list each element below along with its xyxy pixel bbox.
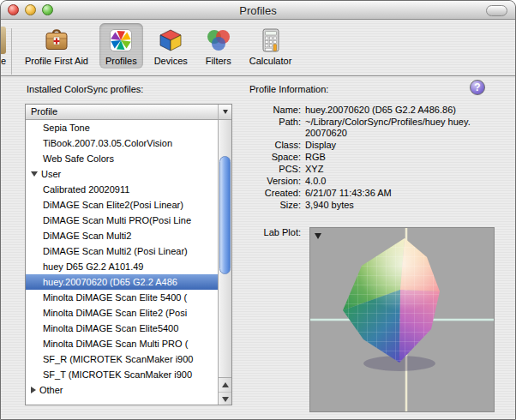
column-options-button[interactable] xyxy=(218,105,231,119)
list-item[interactable]: Minolta DiMAGE Scan Elite5400 xyxy=(26,321,218,336)
list-item[interactable]: TiBook.2007.03.05.ColorVision xyxy=(26,135,218,151)
toolbar: e Profile First Aid xyxy=(1,20,515,76)
list-rows: Sepia Tone TiBook.2007.03.05.ColorVision… xyxy=(26,120,218,405)
list-group-other[interactable]: Other xyxy=(26,382,218,398)
field-pcs: PCS:XYZ xyxy=(248,164,507,175)
toolbar-item-calculator[interactable]: Calculator xyxy=(243,23,298,69)
arrow-up-icon xyxy=(222,382,229,387)
field-path: Path:~/Library/ColorSync/Profiles/huey h… xyxy=(248,117,507,139)
help-button[interactable]: ? xyxy=(470,80,485,95)
field-class: Class:Display xyxy=(248,140,507,151)
lab-plot-label: Lab Plot: xyxy=(248,227,305,237)
profile-information: Name:huey.20070620 (D65 G2.2 A486.86) Pa… xyxy=(248,105,507,212)
color-cube-icon xyxy=(157,27,184,54)
toolbar-item-profile-first-aid[interactable]: Profile First Aid xyxy=(19,23,94,69)
field-created: Created:6/21/07 11:43:36 AM xyxy=(248,188,507,199)
lab-plot xyxy=(309,227,495,412)
list-item[interactable]: huey D65 G2.2 A101.49 xyxy=(26,259,218,274)
list-column-header[interactable]: Profile xyxy=(26,105,231,120)
first-aid-kit-icon xyxy=(43,27,70,54)
toolbar-item-filters[interactable]: Filters xyxy=(199,23,238,69)
color-pinwheel-icon xyxy=(107,27,135,54)
toolbar-separator xyxy=(11,28,12,75)
installed-profiles-heading: Installed ColorSync profiles: xyxy=(27,84,143,94)
toolbar-toggle-button[interactable] xyxy=(486,5,507,16)
arrow-down-icon xyxy=(222,397,229,402)
profile-list: Profile Sepia Tone TiBook.2007.03.05.Col… xyxy=(25,104,232,405)
list-item[interactable]: DiMAGE Scan Multi2 (Posi Linear) xyxy=(26,243,218,259)
toolbar-item-label: Calculator xyxy=(249,56,292,66)
calculator-icon xyxy=(257,27,285,54)
list-item[interactable]: Minolta DiMAGE Scan Elite2 (Posi xyxy=(26,305,218,321)
toolbar-item-label: Filters xyxy=(206,56,231,66)
scrollbar-arrows xyxy=(219,377,231,405)
list-item[interactable]: Minolta DiMAGE Scan Elite 5400 ( xyxy=(26,290,218,305)
color-circles-icon xyxy=(205,27,232,54)
scrollbar-thumb[interactable] xyxy=(219,156,231,274)
list-item[interactable]: DiMAGE Scan Elite2(Posi Linear) xyxy=(26,197,218,213)
list-item[interactable]: Sepia Tone xyxy=(26,120,218,135)
toolbar-item-label: Profiles xyxy=(105,56,137,66)
list-item[interactable]: Minolta DiMAGE Scan Multi PRO ( xyxy=(26,336,218,351)
toolbar-item-label: Devices xyxy=(154,56,188,66)
plot-disclosure-triangle-icon[interactable] xyxy=(315,233,321,239)
window-title: Profiles xyxy=(1,4,515,17)
partial-icon xyxy=(1,27,6,54)
toolbar-item-profiles[interactable]: Profiles xyxy=(99,23,143,69)
list-item[interactable]: SF_T (MICROTEK ScanMaker i900 xyxy=(26,367,218,382)
profiles-window: Profiles e Profile First Aid xyxy=(0,0,516,420)
toolbar-item-label: e xyxy=(1,56,6,66)
toolbar-item-label: Profile First Aid xyxy=(25,56,88,66)
vertical-scrollbar[interactable] xyxy=(218,120,231,405)
list-item-selected[interactable]: huey.20070620 (D65 G2.2 A486 xyxy=(26,274,218,290)
field-size: Size:3,940 bytes xyxy=(248,200,507,211)
profile-information-heading: Profile Information: xyxy=(249,84,328,94)
list-item[interactable]: DiMAGE Scan Multi PRO(Posi Line xyxy=(26,213,218,228)
list-group-user[interactable]: User xyxy=(26,166,218,182)
titlebar[interactable]: Profiles xyxy=(1,1,515,20)
lab-plot-gamut xyxy=(310,228,494,411)
toolbar-item-partial[interactable]: e xyxy=(1,23,9,69)
column-header-label: Profile xyxy=(26,105,218,119)
scroll-up-button[interactable] xyxy=(219,378,231,392)
field-name: Name:huey.20070620 (D65 G2.2 A486.86) xyxy=(248,105,507,116)
field-space: Space:RGB xyxy=(248,152,507,163)
toolbar-item-devices[interactable]: Devices xyxy=(148,23,194,69)
field-version: Version:4.0.0 xyxy=(248,176,507,187)
list-item[interactable]: Web Safe Colors xyxy=(26,151,218,166)
chevron-down-icon xyxy=(223,110,228,114)
list-item[interactable]: SF_R (MICROTEK ScanMaker i900 xyxy=(26,351,218,367)
scroll-down-button[interactable] xyxy=(219,392,231,405)
list-item[interactable]: DiMAGE Scan Multi2 xyxy=(26,228,218,243)
disclosure-collapsed-icon[interactable] xyxy=(31,387,36,393)
disclosure-expanded-icon[interactable] xyxy=(31,171,38,177)
list-item[interactable]: Calibrated 20020911 xyxy=(26,182,218,197)
